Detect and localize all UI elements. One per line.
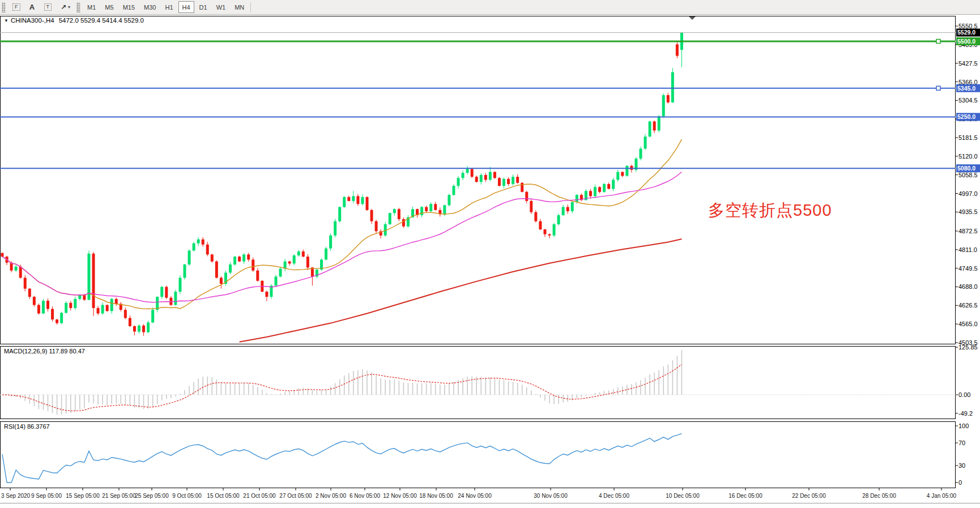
hline-handle-5345.0[interactable] — [936, 86, 940, 90]
date-label: 10 Dec 05:00 — [666, 493, 700, 499]
candle — [589, 191, 592, 196]
svg-text:4565.0: 4565.0 — [958, 321, 978, 327]
ma-slow-line[interactable] — [240, 239, 682, 342]
candle — [471, 169, 474, 177]
candle — [576, 195, 578, 202]
timeframe-m5-button[interactable]: M5 — [101, 1, 117, 13]
candle — [649, 121, 651, 136]
candle — [306, 257, 309, 267]
svg-text:5080.0: 5080.0 — [957, 165, 975, 172]
rsi-panel — [2, 434, 682, 483]
text-tool-button[interactable]: A — [25, 1, 39, 13]
chart-canvas[interactable]: 5550.55489.05427.55366.05304.55243.05181… — [0, 15, 980, 508]
candle — [60, 313, 63, 323]
date-label: 22 Dec 05:00 — [792, 493, 826, 499]
candle — [480, 175, 483, 182]
timeframe-toolbar-grip[interactable] — [76, 2, 80, 12]
candle — [539, 221, 542, 229]
candle — [612, 180, 615, 189]
ma-fast-line[interactable] — [2, 139, 682, 309]
candle — [566, 207, 569, 211]
candle — [676, 44, 679, 56]
timeframe-d1-button[interactable]: D1 — [195, 1, 211, 13]
timeframe-h4-button[interactable]: H4 — [178, 1, 194, 13]
candle — [288, 262, 291, 264]
candle — [92, 254, 95, 308]
svg-text:5500.0: 5500.0 — [957, 38, 975, 45]
toolbar-grip[interactable] — [2, 2, 6, 12]
candle — [193, 244, 195, 251]
text-label-icon: T — [44, 3, 52, 11]
date-label: 18 Nov 05:00 — [419, 493, 453, 499]
candle — [443, 205, 446, 214]
candle — [142, 326, 145, 332]
arrow-tools-icon: ↗ — [61, 3, 66, 11]
candlesticks — [1, 32, 683, 336]
dropdown-caret-icon: ▾ — [68, 5, 70, 10]
candle — [220, 278, 223, 284]
candle — [197, 240, 200, 244]
candle — [429, 204, 432, 211]
candle — [297, 251, 300, 255]
price-axis[interactable]: 5550.55489.05427.55366.05304.55243.05181… — [956, 23, 980, 486]
candle — [252, 259, 254, 270]
candle — [457, 178, 460, 186]
timeframe-m1-button[interactable]: M1 — [83, 1, 100, 13]
candle — [507, 179, 510, 184]
candle — [616, 172, 619, 180]
candle — [543, 229, 546, 234]
candle — [28, 289, 31, 297]
svg-text:4749.5: 4749.5 — [958, 265, 978, 272]
ma-mid-line[interactable] — [2, 172, 682, 302]
candle — [151, 310, 154, 322]
candle — [15, 267, 18, 271]
timeframe-m30-button[interactable]: M30 — [140, 1, 160, 13]
candle — [557, 215, 560, 224]
hline-handle-5500.0[interactable] — [936, 39, 940, 43]
timeframe-h1-button[interactable]: H1 — [161, 1, 177, 13]
svg-text:4935.5: 4935.5 — [958, 208, 978, 215]
candle — [138, 326, 140, 332]
svg-text:30: 30 — [958, 462, 965, 469]
chart-shift-marker-icon[interactable] — [689, 16, 696, 20]
svg-text:5181.5: 5181.5 — [958, 134, 978, 141]
timeframe-m15-button[interactable]: M15 — [119, 1, 139, 13]
candle — [211, 254, 214, 261]
date-label: 15 Sep 05:00 — [66, 493, 100, 499]
candle — [42, 301, 45, 313]
timeframe-w1-button[interactable]: W1 — [212, 1, 230, 13]
candle — [215, 262, 218, 278]
date-label: 12 Nov 05:00 — [383, 493, 417, 499]
candle — [229, 264, 232, 272]
candle — [530, 201, 532, 212]
chart-window: 5550.55489.05427.55366.05304.55243.05181… — [0, 15, 980, 508]
candle — [493, 172, 496, 178]
svg-text:5529.0: 5529.0 — [957, 29, 975, 36]
toolbar-separator — [250, 2, 251, 12]
svg-text:4626.5: 4626.5 — [958, 302, 978, 309]
candle — [352, 196, 355, 201]
frame-tool-button[interactable]: F — [8, 1, 24, 13]
candle — [553, 224, 556, 236]
candle — [206, 245, 209, 255]
candle — [178, 278, 181, 292]
svg-text:5550.5: 5550.5 — [958, 23, 978, 29]
arrows-tool-button[interactable]: ↗ ▾ — [57, 1, 74, 13]
candle — [101, 305, 104, 314]
svg-text:4872.5: 4872.5 — [958, 228, 978, 234]
date-label: 3 Sep 2020 — [1, 493, 31, 499]
date-label: 30 Nov 05:00 — [534, 493, 568, 499]
label-tool-button[interactable]: T — [40, 1, 56, 13]
date-label: 6 Nov 05:00 — [350, 493, 380, 499]
time-axis[interactable]: 3 Sep 20209 Sep 05:0015 Sep 05:0021 Sep … — [1, 488, 957, 499]
candle — [147, 322, 150, 332]
candle — [434, 204, 437, 210]
timeframe-mn-button[interactable]: MN — [231, 1, 248, 13]
date-label: 15 Oct 05:00 — [207, 493, 240, 499]
candle — [512, 177, 514, 184]
svg-text:5058.5: 5058.5 — [958, 172, 978, 178]
candle — [78, 294, 81, 298]
svg-text:5250.0: 5250.0 — [957, 113, 975, 120]
date-label: 27 Oct 05:00 — [279, 493, 312, 499]
svg-text:4997.0: 4997.0 — [958, 190, 978, 197]
